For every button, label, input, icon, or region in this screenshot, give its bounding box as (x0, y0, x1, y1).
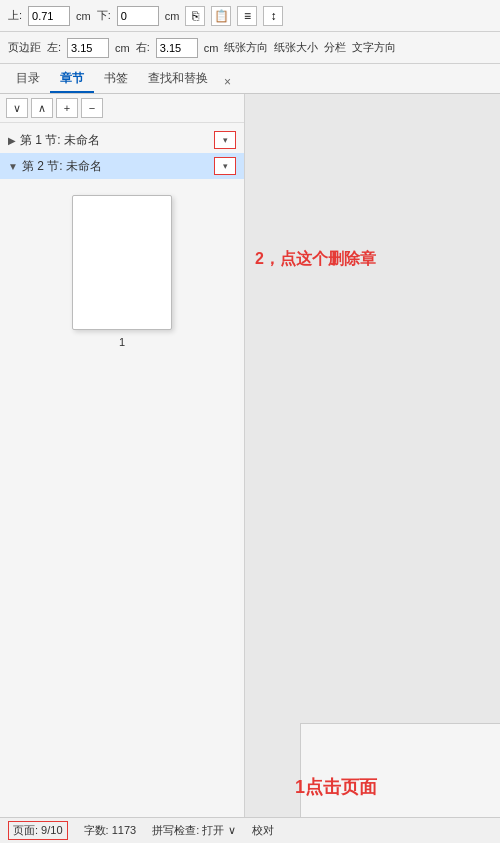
top-unit: cm (76, 10, 91, 22)
tab-bar: 目录 章节 书签 查找和替换 × (0, 64, 500, 94)
word-count-item: 字数: 1173 (84, 823, 137, 838)
right-label: 右: (136, 40, 150, 55)
panel-down-btn[interactable]: ∨ (6, 98, 28, 118)
chapter2-dropdown-btn[interactable]: ▾ (214, 157, 236, 175)
right-content-area: 2，点这个删除章 1点击页面 (245, 94, 500, 843)
left-panel: ∨ ∧ + − ▶ 第 1 节: 未命名 ▾ ▼ 第 2 节: 未命名 ▾ 1 (0, 94, 245, 843)
left-input[interactable] (67, 38, 109, 58)
word-count-text: 字数: 1173 (84, 823, 137, 838)
chapter-list: ▶ 第 1 节: 未命名 ▾ ▼ 第 2 节: 未命名 ▾ 1 (0, 123, 244, 843)
chapter-item-1[interactable]: ▶ 第 1 节: 未命名 ▾ (0, 127, 244, 153)
spell-check-dropdown-icon: ∨ (228, 824, 236, 837)
spell-check-text: 拼写检查: 打开 (152, 823, 224, 838)
columns[interactable]: 分栏 (324, 40, 346, 55)
chapter1-arrow: ▶ (8, 135, 16, 146)
page-thumbnail[interactable] (72, 195, 172, 330)
tab-findreplace[interactable]: 查找和替换 (138, 66, 218, 93)
proofread-text: 校对 (252, 823, 274, 838)
panel-add-btn[interactable]: + (56, 98, 78, 118)
margin-label: 页边距 (8, 40, 41, 55)
tab-close-btn[interactable]: × (218, 71, 237, 93)
page-info-item[interactable]: 页面: 9/10 (8, 821, 68, 840)
status-bar: 页面: 9/10 字数: 1173 拼写检查: 打开 ∨ 校对 (0, 817, 500, 843)
panel-up-btn[interactable]: ∧ (31, 98, 53, 118)
tab-toc[interactable]: 目录 (6, 66, 50, 93)
paste-icon[interactable]: 📋 (211, 6, 231, 26)
copy-icon[interactable]: ⎘ (185, 6, 205, 26)
text-direction[interactable]: 文字方向 (352, 40, 396, 55)
second-toolbar: 页边距 左: cm 右: cm 纸张方向 纸张大小 分栏 文字方向 (0, 32, 500, 64)
page-number-label: 1 (119, 336, 125, 348)
annotation-top: 2，点这个删除章 (255, 249, 376, 270)
chapter2-name: 第 2 节: 未命名 (22, 158, 214, 175)
spell-check-item[interactable]: 拼写检查: 打开 ∨ (152, 823, 236, 838)
proofread-item[interactable]: 校对 (252, 823, 274, 838)
panel-toolbar: ∨ ∧ + − (0, 94, 244, 123)
left-unit: cm (115, 42, 130, 54)
top-input[interactable] (28, 6, 70, 26)
bottom-label: 下: (97, 8, 111, 23)
bottom-right-page (300, 723, 500, 823)
bottom-unit: cm (165, 10, 180, 22)
top-label: 上: (8, 8, 22, 23)
tab-bookmark[interactable]: 书签 (94, 66, 138, 93)
chapter-item-2[interactable]: ▼ 第 2 节: 未命名 ▾ (0, 153, 244, 179)
panel-minus-btn[interactable]: − (81, 98, 103, 118)
left-label: 左: (47, 40, 61, 55)
paper-direction[interactable]: 纸张方向 (224, 40, 268, 55)
chapter2-arrow: ▼ (8, 161, 18, 172)
annotation-bottom: 1点击页面 (295, 775, 377, 799)
paper-size[interactable]: 纸张大小 (274, 40, 318, 55)
right-input[interactable] (156, 38, 198, 58)
bottom-input[interactable] (117, 6, 159, 26)
top-toolbar: 上: cm 下: cm ⎘ 📋 ≡ ↕ (0, 0, 500, 32)
page-info-text: 页面: 9/10 (13, 823, 63, 838)
chapter1-dropdown-btn[interactable]: ▾ (214, 131, 236, 149)
thumbnail-area: 1 (0, 179, 244, 364)
sort-icon[interactable]: ↕ (263, 6, 283, 26)
chapter1-name: 第 1 节: 未命名 (20, 132, 214, 149)
align-icon[interactable]: ≡ (237, 6, 257, 26)
right-unit: cm (204, 42, 219, 54)
main-layout: ∨ ∧ + − ▶ 第 1 节: 未命名 ▾ ▼ 第 2 节: 未命名 ▾ 1 (0, 94, 500, 843)
tab-chapter[interactable]: 章节 (50, 66, 94, 93)
